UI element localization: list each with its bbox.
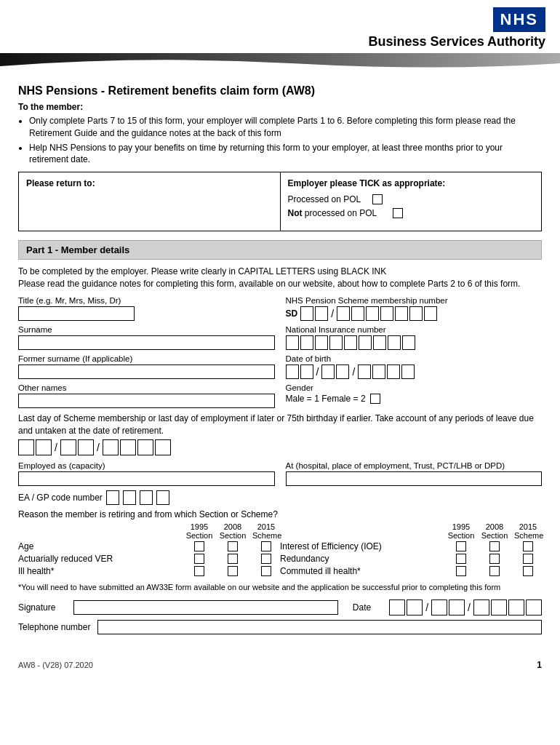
ld-y1[interactable] bbox=[103, 439, 119, 455]
ni-box-6[interactable] bbox=[359, 335, 372, 350]
dob-m1[interactable] bbox=[321, 364, 335, 379]
sig-date-d1[interactable] bbox=[389, 599, 405, 615]
red-1995-cb[interactable] bbox=[456, 554, 466, 564]
sig-date-y2[interactable] bbox=[491, 599, 507, 615]
ni-box-3[interactable] bbox=[315, 335, 328, 350]
ld-d1[interactable] bbox=[18, 439, 34, 455]
sig-date-y1[interactable] bbox=[473, 599, 489, 615]
gender-checkbox[interactable] bbox=[370, 394, 380, 404]
ea-box-4[interactable] bbox=[156, 490, 169, 505]
surname-field: Surname bbox=[18, 325, 275, 350]
ni-box-1[interactable] bbox=[286, 335, 299, 350]
other-names-field: Other names bbox=[18, 383, 275, 408]
title-pension-row: Title (e.g. Mr, Mrs, Miss, Dr) NHS Pensi… bbox=[18, 296, 542, 321]
sig-date-d2[interactable] bbox=[407, 599, 423, 615]
telephone-input[interactable] bbox=[97, 620, 542, 634]
dob-y4[interactable] bbox=[401, 364, 415, 379]
ni-box-8[interactable] bbox=[388, 335, 401, 350]
ill-2008-cb[interactable] bbox=[228, 566, 238, 576]
ver-2015-cb[interactable] bbox=[261, 554, 271, 564]
ni-box-5[interactable] bbox=[344, 335, 357, 350]
ni-box-2[interactable] bbox=[300, 335, 313, 350]
ver-1995-cb[interactable] bbox=[194, 554, 204, 564]
ioe-1995-cb[interactable] bbox=[456, 541, 466, 551]
dob-d1[interactable] bbox=[286, 364, 299, 379]
processed-pol-row: Processed on POL bbox=[288, 194, 535, 204]
employed-input[interactable] bbox=[18, 471, 275, 486]
employed-hospital-row: Employed as (capacity) At (hospital, pla… bbox=[18, 461, 542, 486]
pension-number-row: SD / bbox=[286, 306, 543, 321]
ni-box-7[interactable] bbox=[373, 335, 386, 350]
dob-y2[interactable] bbox=[372, 364, 385, 379]
other-names-input[interactable] bbox=[18, 394, 275, 408]
form-title: NHS Pensions - Retirement benefits claim… bbox=[18, 84, 542, 97]
dob-y1[interactable] bbox=[358, 364, 371, 379]
ea-box-3[interactable] bbox=[140, 490, 153, 505]
ioe-2015-cb[interactable] bbox=[523, 541, 533, 551]
pension-box-5[interactable] bbox=[366, 306, 379, 321]
dob-y3[interactable] bbox=[387, 364, 400, 379]
sig-date-y4[interactable] bbox=[526, 599, 542, 615]
not-processed-pol-checkbox[interactable] bbox=[393, 208, 403, 218]
ea-box-2[interactable] bbox=[123, 490, 136, 505]
signature-label: Signature bbox=[18, 602, 55, 613]
title-input[interactable] bbox=[18, 306, 135, 321]
comm-2008-cb[interactable] bbox=[489, 566, 500, 576]
pension-box-7[interactable] bbox=[395, 306, 408, 321]
ioe-2008-cb[interactable] bbox=[489, 541, 500, 551]
pension-box-2[interactable] bbox=[315, 306, 328, 321]
sig-date-m1[interactable] bbox=[431, 599, 447, 615]
signature-input[interactable] bbox=[73, 600, 337, 615]
ea-box-1[interactable] bbox=[106, 490, 119, 505]
pension-box-9[interactable] bbox=[424, 306, 437, 321]
former-surname-input[interactable] bbox=[18, 364, 275, 379]
surname-input[interactable] bbox=[18, 335, 275, 350]
reason-table-header: 1995Section 2008Section 2015Scheme 1995S… bbox=[18, 522, 542, 540]
ea-label: EA / GP code number bbox=[18, 493, 103, 503]
red-2008-cb[interactable] bbox=[489, 554, 500, 564]
ver-2008-cb[interactable] bbox=[228, 554, 238, 564]
surname-label: Surname bbox=[18, 325, 275, 334]
at-hospital-input[interactable] bbox=[286, 471, 543, 486]
gender-text: Male = 1 Female = 2 bbox=[286, 394, 366, 404]
pension-box-6[interactable] bbox=[380, 306, 393, 321]
sig-date-m2[interactable] bbox=[449, 599, 465, 615]
col-2015-right: 2015Scheme bbox=[514, 522, 542, 540]
former-surname-label: Former surname (If applicable) bbox=[18, 354, 275, 363]
ld-y2[interactable] bbox=[120, 439, 136, 455]
last-day-text: Last day of Scheme membership or last da… bbox=[18, 413, 542, 437]
at-hospital-field: At (hospital, place of employment, Trust… bbox=[286, 461, 543, 486]
not-processed-pol-label: processed on POL bbox=[305, 208, 377, 218]
not-label: Not bbox=[288, 208, 303, 218]
ld-d2[interactable] bbox=[36, 439, 52, 455]
redundancy-label: Redundancy bbox=[280, 554, 447, 564]
dob-m2[interactable] bbox=[336, 364, 349, 379]
ni-box-4[interactable] bbox=[329, 335, 343, 350]
age-2008-cb[interactable] bbox=[228, 541, 238, 551]
pension-box-1[interactable] bbox=[300, 306, 313, 321]
ni-box-9[interactable] bbox=[402, 335, 415, 350]
ver-label: Actuarially reduced VER bbox=[18, 554, 185, 564]
red-2015-cb[interactable] bbox=[523, 554, 533, 564]
ld-m2[interactable] bbox=[78, 439, 94, 455]
age-1995-cb[interactable] bbox=[194, 541, 204, 551]
age-reason-row: Age Interest of Efficiency (IOE) bbox=[18, 541, 542, 551]
col-2015-left: 2015Scheme bbox=[252, 522, 280, 540]
ill-1995-cb[interactable] bbox=[194, 566, 204, 576]
pension-box-4[interactable] bbox=[351, 306, 364, 321]
commuted-ill-label: Commuted ill health* bbox=[280, 566, 447, 576]
title-label: Title (e.g. Mr, Mrs, Miss, Dr) bbox=[18, 296, 275, 305]
age-2015-cb[interactable] bbox=[261, 541, 271, 551]
dob-d2[interactable] bbox=[300, 364, 313, 379]
comm-1995-cb[interactable] bbox=[456, 566, 466, 576]
comm-2015-cb[interactable] bbox=[523, 566, 533, 576]
ld-y4[interactable] bbox=[155, 439, 171, 455]
ld-m1[interactable] bbox=[60, 439, 76, 455]
not-processed-pol-row: Not processed on POL bbox=[288, 208, 535, 218]
pension-box-3[interactable] bbox=[337, 306, 350, 321]
ill-2015-cb[interactable] bbox=[261, 566, 271, 576]
sig-date-y3[interactable] bbox=[508, 599, 524, 615]
pension-box-8[interactable] bbox=[409, 306, 423, 321]
processed-pol-checkbox[interactable] bbox=[372, 194, 383, 204]
ld-y3[interactable] bbox=[137, 439, 153, 455]
